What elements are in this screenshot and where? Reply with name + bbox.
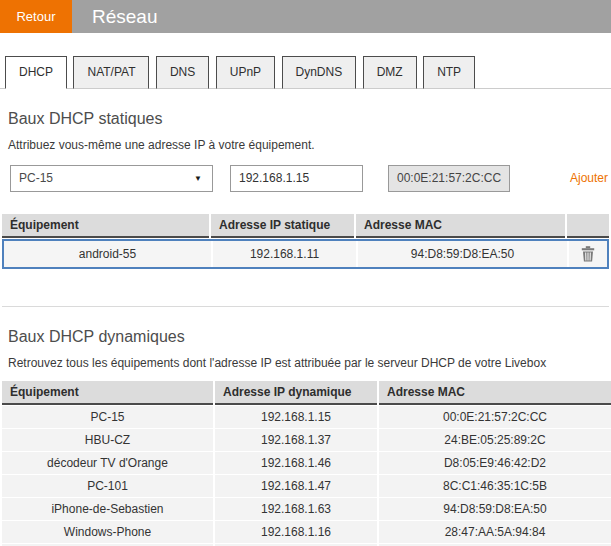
section-divider <box>2 306 609 307</box>
device-name-cell: iPhone-de-Sebastien <box>2 498 213 520</box>
dynamic-lease-row: iPhone-de-Sebastien 192.168.1.63 94:D8:5… <box>2 498 611 520</box>
mac-cell: D8:05:E9:46:42:D2 <box>379 452 611 474</box>
device-name-cell: Windows-Phone <box>2 521 213 543</box>
back-button[interactable]: Retour <box>0 0 72 33</box>
trash-icon[interactable] <box>581 246 595 262</box>
mac-cell: 8C:C1:46:35:1C:5B <box>379 475 611 497</box>
tab-ntp[interactable]: NTP <box>423 56 475 89</box>
dynamic-ip-cell: 192.168.1.47 <box>215 475 377 497</box>
tab-dmz[interactable]: DMZ <box>363 56 417 89</box>
device-select[interactable]: PC-15 ▼ <box>10 165 213 192</box>
dynamic-lease-row: HBU-CZ 192.168.1.37 24:BE:05:25:89:2C <box>2 429 611 451</box>
dynamic-section-description: Retrouvez tous les équipements dont l'ad… <box>8 356 611 370</box>
dynamic-ip-cell: 192.168.1.46 <box>215 452 377 474</box>
tab-label: DNS <box>170 65 195 79</box>
header-cell-device: Équipement <box>2 214 209 238</box>
tab-label: UPnP <box>230 65 261 79</box>
static-section-title: Baux DHCP statiques <box>8 110 611 128</box>
device-select-value: PC-15 <box>19 171 53 185</box>
header-cell-mac: Adresse MAC <box>379 381 611 405</box>
dynamic-ip-cell: 192.168.1.63 <box>215 498 377 520</box>
tab-dhcp[interactable]: DHCP <box>5 56 67 89</box>
tab-nat-pat[interactable]: NAT/PAT <box>73 56 149 89</box>
tab-dns[interactable]: DNS <box>156 56 209 89</box>
delete-cell <box>569 241 607 267</box>
device-name-cell: HBU-CZ <box>2 429 213 451</box>
tab-upnp[interactable]: UPnP <box>216 56 275 89</box>
dynamic-ip-cell: 192.168.1.37 <box>215 429 377 451</box>
add-button[interactable]: Ajouter <box>570 171 608 185</box>
tab-bar: DHCP NAT/PAT DNS UPnP DynDNS DMZ NTP <box>0 56 611 89</box>
mac-address-field: 00:0E:21:57:2C:CC <box>388 165 510 192</box>
static-lease-row: android-55 192.168.1.11 94:D8:59:D8:EA:5… <box>2 239 609 269</box>
dynamic-lease-row: PC-15 192.168.1.15 00:0E:21:57:2C:CC <box>2 406 611 428</box>
static-ip-input[interactable] <box>230 165 363 192</box>
header-cell-mac: Adresse MAC <box>356 214 565 238</box>
tab-label: DMZ <box>377 65 403 79</box>
dynamic-leases-table: Équipement Adresse IP dynamique Adresse … <box>2 381 611 546</box>
dynamic-ip-cell: 192.168.1.15 <box>215 406 377 428</box>
tab-label: DHCP <box>19 65 53 79</box>
static-table-header: Équipement Adresse IP statique Adresse M… <box>2 214 609 238</box>
tab-label: NTP <box>437 65 461 79</box>
device-name-cell: android-55 <box>4 241 211 267</box>
device-name-cell: PC-15 <box>2 406 213 428</box>
device-name-cell: PC-101 <box>2 475 213 497</box>
header-cell-actions <box>567 214 609 238</box>
chevron-down-icon: ▼ <box>194 174 202 183</box>
header: Retour Réseau <box>0 0 611 33</box>
dynamic-lease-row: décodeur TV d'Orange 192.168.1.46 D8:05:… <box>2 452 611 474</box>
dynamic-lease-row: Windows-Phone 192.168.1.16 28:47:AA:5A:9… <box>2 521 611 543</box>
dynamic-lease-row: PC-101 192.168.1.47 8C:C1:46:35:1C:5B <box>2 475 611 497</box>
tab-label: DynDNS <box>296 65 343 79</box>
mac-cell: 28:47:AA:5A:94:84 <box>379 521 611 543</box>
mac-cell: 94:D8:59:D8:EA:50 <box>358 241 567 267</box>
header-cell-static-ip: Adresse IP statique <box>211 214 354 238</box>
mac-cell: 94:D8:59:D8:EA:50 <box>379 498 611 520</box>
static-ip-cell: 192.168.1.11 <box>213 241 356 267</box>
tab-label: NAT/PAT <box>87 65 135 79</box>
static-leases-table: Équipement Adresse IP statique Adresse M… <box>2 214 609 269</box>
dynamic-ip-cell: 192.168.1.16 <box>215 521 377 543</box>
static-lease-form: PC-15 ▼ 00:0E:21:57:2C:CC Ajouter <box>10 164 608 192</box>
dynamic-table-header: Équipement Adresse IP dynamique Adresse … <box>2 381 611 405</box>
static-section-description: Attribuez vous-même une adresse IP à vot… <box>8 138 611 152</box>
mac-cell: 00:0E:21:57:2C:CC <box>379 406 611 428</box>
mac-cell: 24:BE:05:25:89:2C <box>379 429 611 451</box>
header-cell-device: Équipement <box>2 381 213 405</box>
page-title: Réseau <box>72 0 611 33</box>
header-cell-dynamic-ip: Adresse IP dynamique <box>215 381 377 405</box>
tab-dyndns[interactable]: DynDNS <box>282 56 357 89</box>
device-name-cell: décodeur TV d'Orange <box>2 452 213 474</box>
dynamic-section-title: Baux DHCP dynamiques <box>8 328 611 346</box>
